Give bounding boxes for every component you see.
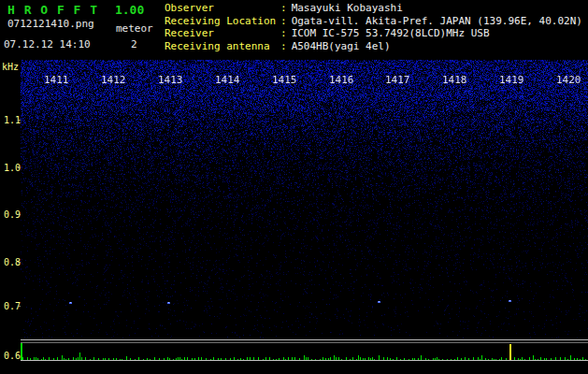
time-label: 1413 (158, 74, 182, 86)
info-separator: : (280, 27, 287, 39)
time-label: 1414 (215, 74, 239, 86)
time-label: 1415 (272, 74, 296, 86)
info-label: Receiver (165, 27, 280, 40)
info-row-location: Receiving Location:Ogata-vill. Akita-Pre… (165, 15, 582, 28)
info-label: Receiving antenna (165, 40, 280, 53)
info-row-observer: Observer:Masayuki Kobayashi (165, 2, 582, 15)
info-row-receiver: Receiver:ICOM IC-575 53.7492(8LCD)MHz US… (165, 27, 582, 40)
info-row-antenna: Receiving antenna:A504HB(yagi 4el) (165, 40, 582, 53)
time-label: 1412 (101, 74, 125, 86)
meteor-count: 2 (131, 38, 137, 50)
info-label: Observer (165, 2, 280, 15)
info-separator: : (280, 40, 287, 52)
freq-label-0_6: 0.6 (4, 351, 21, 361)
freq-axis-unit: kHz (2, 62, 19, 72)
time-label: 1420 (556, 74, 581, 86)
station-info: Observer:Masayuki Kobayashi Receiving Lo… (165, 2, 582, 52)
app-title: H R O F F T (7, 3, 98, 17)
info-value: ICOM IC-575 53.7492(8LCD)MHz USB (292, 27, 490, 39)
mode-label: meteor (116, 22, 153, 35)
app-title-row: H R O F F T 1.00 (7, 3, 144, 17)
info-separator: : (280, 15, 287, 27)
time-label: 1411 (44, 74, 68, 86)
time-label: 1419 (499, 74, 523, 86)
spectrogram-canvas (21, 60, 588, 338)
output-filename: 0712121410.png (7, 18, 94, 30)
time-label: 1418 (442, 74, 466, 86)
info-value: A504HB(yagi 4el) (292, 40, 391, 52)
app-version: 1.00 (115, 3, 144, 17)
time-label: 1417 (385, 74, 409, 86)
info-separator: : (280, 2, 287, 14)
info-label: Receiving Location (165, 15, 280, 28)
info-value: Ogata-vill. Akita-Pref. JAPAN (139.96E, … (292, 15, 582, 27)
info-value: Masayuki Kobayashi (292, 2, 403, 14)
hrofft-window: H R O F F T 1.00 0712121410.png meteor 0… (0, 0, 588, 374)
datetime-label: 07.12.12 14:10 (4, 38, 91, 50)
signal-activity-canvas (21, 339, 588, 361)
time-label: 1416 (329, 74, 353, 86)
